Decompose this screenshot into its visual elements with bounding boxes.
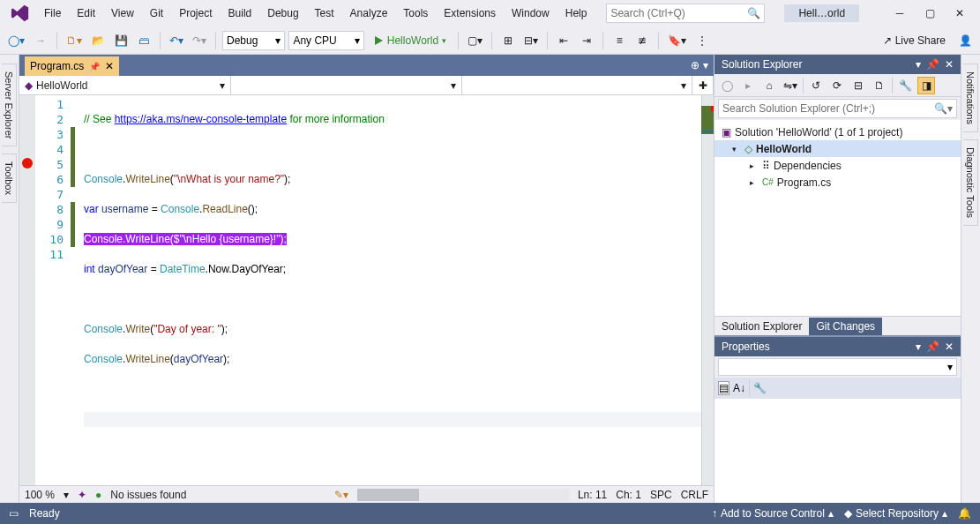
uncomment-button[interactable]: ≢	[632, 31, 652, 50]
select-repository-button[interactable]: ◆Select Repository▴	[844, 507, 947, 520]
nav-project-dropdown[interactable]: ◆ HelloWorld▾	[19, 76, 231, 94]
properties-grid[interactable]	[714, 399, 961, 503]
breakpoint-icon[interactable]	[22, 158, 33, 168]
col-indicator[interactable]: Ch: 1	[616, 489, 641, 501]
tab-close-icon[interactable]: ✕	[105, 60, 114, 72]
menu-git[interactable]: Git	[143, 4, 170, 23]
se-showall-icon[interactable]: 🗋	[871, 77, 888, 94]
properties-title[interactable]: Properties ▾📌✕	[714, 337, 961, 356]
window-menu-icon[interactable]: ▾	[916, 58, 921, 71]
rail-server-explorer[interactable]: Server Explorer	[2, 64, 17, 146]
tab-solution-explorer[interactable]: Solution Explorer	[714, 318, 809, 335]
tb-icon-2[interactable]: ⊟▾	[521, 31, 541, 50]
tab-dropdown-icon[interactable]: ⊕	[691, 59, 699, 71]
pin-icon[interactable]: 📌	[89, 62, 100, 71]
rail-diagnostic-tools[interactable]: Diagnostic Tools	[963, 139, 978, 226]
intellisense-icon[interactable]: ✦	[78, 489, 86, 501]
indent-indicator[interactable]: SPC	[650, 489, 672, 501]
open-button[interactable]: 📂	[88, 31, 108, 50]
window-menu-icon[interactable]: ▾	[916, 341, 921, 353]
output-icon[interactable]: ▭	[9, 507, 19, 520]
pen-icon[interactable]: ✎▾	[334, 489, 348, 501]
pin-icon[interactable]: 📌	[926, 341, 939, 353]
menu-analyze[interactable]: Analyze	[343, 4, 395, 23]
step-button[interactable]: ▢▾	[465, 31, 485, 50]
overview-ruler[interactable]	[701, 95, 714, 485]
eol-indicator[interactable]: CRLF	[681, 489, 708, 501]
solution-search-input[interactable]: Search Solution Explorer (Ctrl+;)🔍▾	[718, 99, 957, 118]
issues-label[interactable]: No issues found	[110, 489, 186, 501]
alphabetical-icon[interactable]: A↓	[733, 382, 745, 394]
close-icon[interactable]: ✕	[945, 58, 954, 71]
close-button[interactable]: ✕	[945, 2, 975, 25]
breakpoint-margin[interactable]	[19, 95, 35, 485]
se-home-icon[interactable]: ⌂	[760, 77, 778, 94]
menu-file[interactable]: File	[37, 4, 68, 23]
start-debug-button[interactable]: HelloWorld▾	[368, 31, 452, 50]
save-all-button[interactable]: 🗃	[134, 31, 153, 50]
minimize-button[interactable]: ─	[885, 2, 915, 25]
source-control-button[interactable]: ↑Add to Source Control▴	[712, 507, 834, 520]
se-refresh-icon[interactable]: ⟳	[828, 77, 846, 94]
live-share-button[interactable]: ↗Live Share	[880, 31, 948, 50]
document-tab[interactable]: Program.cs 📌 ✕	[25, 56, 119, 76]
menu-help[interactable]: Help	[558, 4, 595, 23]
platform-dropdown[interactable]: Any CPU▾	[288, 31, 363, 50]
menu-tools[interactable]: Tools	[396, 4, 435, 23]
nav-split-button[interactable]: ✚	[692, 76, 714, 94]
menu-view[interactable]: View	[104, 4, 141, 23]
indent-dec-button[interactable]: ⇤	[554, 31, 573, 50]
chevron-down-icon[interactable]: ▾	[732, 145, 741, 153]
nav-class-dropdown[interactable]: ▾	[231, 76, 462, 94]
zoom-dropdown[interactable]: 100 %	[25, 489, 55, 501]
categorized-icon[interactable]: ▤	[718, 381, 729, 395]
nav-back-button[interactable]: ◯▾	[5, 31, 27, 50]
props-wrench-icon[interactable]: 🔧	[753, 382, 767, 394]
se-fwd-icon[interactable]: ▸	[739, 77, 757, 94]
solution-explorer-title[interactable]: Solution Explorer ▾📌✕	[714, 55, 961, 74]
nav-member-dropdown[interactable]: ▾	[462, 76, 693, 94]
menu-extensions[interactable]: Extensions	[437, 4, 503, 23]
new-project-button[interactable]: 🗋▾	[64, 31, 85, 50]
menu-build[interactable]: Build	[221, 4, 259, 23]
feedback-button[interactable]: 👤	[955, 31, 975, 50]
se-switch-icon[interactable]: ⇋▾	[782, 77, 799, 94]
menu-debug[interactable]: Debug	[260, 4, 305, 23]
solution-tree[interactable]: ▣ Solution 'HelloWorld' (1 of 1 project)…	[714, 120, 961, 316]
tb-icon-1[interactable]: ⊞	[498, 31, 518, 50]
config-dropdown[interactable]: Debug▾	[222, 31, 285, 50]
chevron-right-icon[interactable]: ▸	[750, 161, 759, 170]
menu-window[interactable]: Window	[505, 4, 557, 23]
rail-toolbox[interactable]: Toolbox	[2, 153, 17, 203]
global-search-input[interactable]: Search (Ctrl+Q) 🔍	[606, 4, 765, 23]
tree-file-node[interactable]: ▸ C# Program.cs	[714, 174, 961, 191]
redo-button[interactable]: ↷▾	[190, 31, 209, 50]
tb-more-button[interactable]: ⋮	[692, 31, 712, 50]
se-back-icon[interactable]: ◯	[718, 77, 736, 94]
maximize-button[interactable]: ▢	[915, 2, 945, 25]
horizontal-scrollbar[interactable]	[357, 489, 569, 501]
rail-notifications[interactable]: Notifications	[963, 64, 978, 132]
tab-menu-icon[interactable]: ▾	[703, 59, 708, 71]
tree-solution-node[interactable]: ▣ Solution 'HelloWorld' (1 of 1 project)	[714, 124, 961, 140]
se-collapse-icon[interactable]: ⊟	[849, 77, 867, 94]
code-editor[interactable]: 1234567891011 // See https://aka.ms/new-…	[19, 95, 714, 485]
menu-test[interactable]: Test	[308, 4, 341, 23]
close-icon[interactable]: ✕	[945, 341, 954, 353]
se-preview-icon[interactable]: ◨	[917, 77, 935, 94]
line-indicator[interactable]: Ln: 11	[578, 489, 607, 501]
menu-project[interactable]: Project	[172, 4, 219, 23]
tab-git-changes[interactable]: Git Changes	[809, 318, 882, 335]
pin-icon[interactable]: 📌	[926, 58, 939, 71]
menu-edit[interactable]: Edit	[70, 4, 102, 23]
se-properties-icon[interactable]: 🔧	[896, 77, 914, 94]
tree-project-node[interactable]: ▾ ◇ HelloWorld	[714, 140, 961, 157]
notifications-bell-icon[interactable]: 🔔	[958, 507, 971, 520]
tree-dependencies-node[interactable]: ▸ ⠿ Dependencies	[714, 157, 961, 174]
save-button[interactable]: 💾	[111, 31, 131, 50]
chevron-right-icon[interactable]: ▸	[750, 178, 759, 187]
indent-inc-button[interactable]: ⇥	[577, 31, 596, 50]
comment-button[interactable]: ≡	[610, 31, 629, 50]
undo-button[interactable]: ↶▾	[167, 31, 186, 50]
bookmark-button[interactable]: 🔖▾	[665, 31, 689, 50]
